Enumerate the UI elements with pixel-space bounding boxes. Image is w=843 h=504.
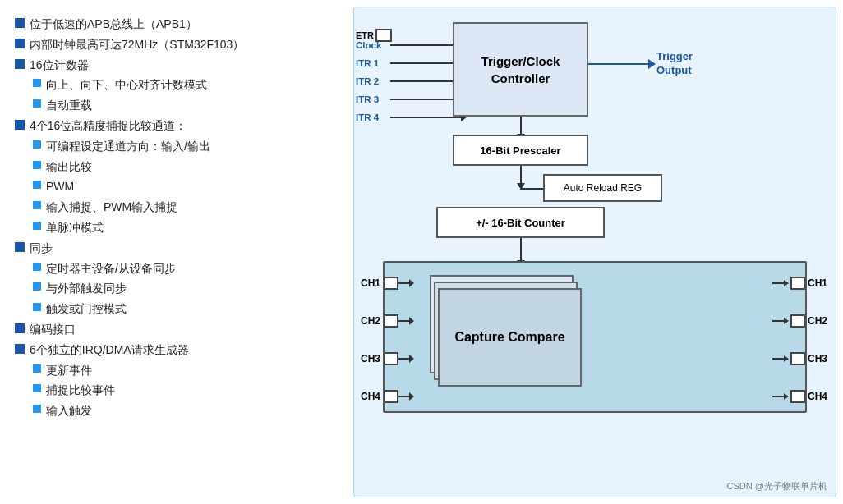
list-text: 定时器主设备/从设备同步: [46, 259, 176, 279]
ch4-in-box: [384, 390, 398, 403]
itr1-line: [390, 62, 463, 64]
list-text: 与外部触发同步: [46, 279, 127, 299]
bullet-sub-icon: [33, 161, 41, 169]
ch3-out-label: CH3: [808, 353, 834, 364]
counter-to-capture-arrow: [520, 238, 522, 261]
list-item: 6个独立的IRQ/DMA请求生成器: [15, 341, 345, 360]
tc-title-line2: Controller: [491, 70, 550, 87]
bullet-icon: [15, 18, 25, 28]
ch1-in-box: [384, 277, 398, 290]
list-item-sub: 向上、向下、中心对齐计数模式: [15, 76, 345, 95]
ch2-in-label: CH2: [361, 315, 384, 327]
ch4-out-label: CH4: [808, 391, 834, 402]
ch2-input-row: CH2: [361, 302, 410, 340]
bullet-icon: [15, 323, 25, 333]
list-item: 位于低速的APB总线上（APB1）: [15, 15, 345, 34]
cc-box-front: Capture Compare: [438, 288, 582, 387]
list-item-sub: 捕捉比较事件: [15, 381, 345, 401]
bullet-sub-icon: [33, 263, 41, 271]
ch4-in-arrow: [409, 392, 414, 401]
bullet-sub-icon: [33, 79, 41, 87]
cc-box-stack: Capture Compare: [430, 275, 574, 394]
list-text: 输入捕捉、PWM输入捕捉: [46, 198, 177, 218]
list-item-sub: PWM: [15, 177, 345, 197]
itr3-input-row: ITR 3: [356, 91, 463, 108]
ch3-in-arrow: [409, 355, 414, 363]
ch1-input-row: CH1: [361, 264, 410, 302]
trigger-output-label: Trigger Output: [656, 50, 693, 78]
itr2-input-row: ITR 2: [356, 73, 463, 89]
list-item-sub: 输出比较: [15, 158, 345, 177]
list-text: 可编程设定通道方向：输入/输出: [46, 137, 210, 157]
ch3-out-arrow: [784, 355, 789, 362]
list-text: 编码接口: [30, 320, 76, 340]
ch4-out-arrow: [784, 393, 789, 400]
trigger-output-section: Trigger Output: [588, 50, 693, 78]
counter-box: +/- 16-Bit Counter: [436, 207, 605, 238]
ch3-in-box: [384, 352, 398, 365]
bullet-sub-icon: [33, 384, 41, 392]
ch4-in-line: [398, 396, 410, 397]
bullet-icon: [15, 120, 25, 130]
ch3-input-row: CH3: [361, 340, 410, 378]
bullet-icon: [15, 344, 25, 354]
list-text: 4个16位高精度捕捉比较通道：: [30, 117, 187, 136]
ch1-in-label: CH1: [361, 277, 384, 289]
prescaler-label: 16-Bit Prescaler: [480, 144, 560, 157]
list-text: 16位计数器: [30, 56, 89, 76]
counter-label: +/- 16-Bit Counter: [476, 217, 565, 229]
list-item: 内部时钟最高可达72MHz（STM32F103）: [15, 35, 345, 55]
feature-list: 位于低速的APB总线上（APB1） 内部时钟最高可达72MHz（STM32F10…: [15, 15, 345, 421]
list-item-sub: 定时器主设备/从设备同步: [15, 259, 345, 279]
list-item: 编码接口: [15, 320, 345, 340]
ch-outputs: CH1 CH2 CH3 CH4: [772, 264, 834, 415]
list-item-sub: 触发或门控模式: [15, 300, 345, 319]
tc-to-prescaler-arrow: [520, 117, 522, 135]
list-item-sub: 输入触发: [15, 401, 345, 421]
list-item-sub: 可编程设定通道方向：输入/输出: [15, 137, 345, 157]
ch1-in-arrow: [409, 279, 414, 287]
ch4-input-row: CH4: [361, 378, 410, 415]
ch2-out-label: CH2: [808, 315, 834, 327]
right-panel: ETR Clock ITR 1 ITR 2 ITR 3 ITR 4 Trigge…: [353, 7, 836, 497]
list-item-sub: 自动重载: [15, 96, 345, 116]
itr4-line: [390, 117, 463, 118]
ch2-out-box: [790, 314, 805, 328]
prescaler-to-autoreload-line: [520, 188, 545, 190]
bullet-icon: [15, 242, 25, 252]
bullet-sub-icon: [33, 282, 41, 291]
ch1-out-arrow: [784, 280, 789, 286]
ch3-out-line: [772, 358, 784, 360]
ch3-in-label: CH3: [361, 353, 384, 364]
ch2-out-line: [772, 320, 784, 322]
bullet-sub-icon: [33, 303, 41, 311]
itr2-line: [390, 80, 463, 82]
autoreload-box: Auto Reload REG: [543, 174, 662, 202]
ch2-in-line: [398, 320, 410, 322]
ch1-in-line: [398, 282, 410, 284]
list-item: 同步: [15, 239, 345, 259]
list-text: 输出比较: [46, 158, 92, 177]
ch1-out-box: [790, 277, 805, 290]
list-text: 更新事件: [46, 361, 92, 381]
trigger-output-line: [588, 63, 650, 65]
list-item-sub: 更新事件: [15, 361, 345, 381]
bullet-sub-icon: [33, 364, 41, 373]
ch1-out-label: CH1: [808, 277, 834, 289]
list-text: 单脉冲模式: [46, 218, 104, 238]
clock-label: Clock: [356, 40, 390, 50]
ch3-out-box: [790, 352, 805, 365]
list-text: 自动重载: [46, 96, 92, 116]
bullet-sub-icon: [33, 99, 41, 108]
bullet-sub-icon: [33, 181, 41, 189]
left-panel: 位于低速的APB总线上（APB1） 内部时钟最高可达72MHz（STM32F10…: [0, 0, 353, 504]
ch4-out-box: [790, 390, 805, 403]
capture-label: Capture Compare: [454, 330, 564, 345]
ch2-in-arrow: [409, 317, 414, 325]
ch4-out-line: [772, 396, 784, 397]
itr4-label: ITR 4: [356, 112, 390, 122]
itr2-label: ITR 2: [356, 76, 390, 86]
bullet-sub-icon: [33, 140, 41, 149]
ch2-in-box: [384, 314, 398, 328]
bullet-icon: [15, 39, 25, 48]
